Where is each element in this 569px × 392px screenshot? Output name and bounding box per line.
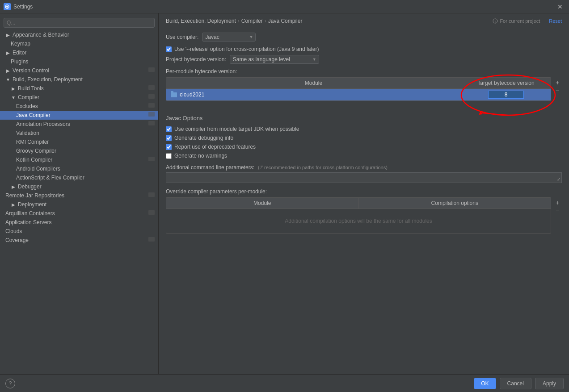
- close-button[interactable]: ✕: [555, 2, 565, 11]
- javac-option-4: Generate no warnings: [166, 153, 562, 159]
- project-info-text: For current project: [500, 18, 540, 24]
- settings-icon: [148, 94, 155, 100]
- sidebar-item-version-control[interactable]: ▶ Version Control: [0, 66, 158, 75]
- sidebar-item-java-compiler[interactable]: Java Compiler: [0, 111, 158, 120]
- sidebar-item-label: Plugins: [11, 58, 155, 65]
- release-option-checkbox[interactable]: [166, 46, 172, 52]
- cmd-params-label: Additional command line parameters:: [166, 164, 254, 171]
- ok-button[interactable]: OK: [474, 378, 496, 389]
- breadcrumb-part2: Compiler: [241, 18, 263, 24]
- sidebar-item-label: Coverage: [5, 237, 148, 243]
- info-icon: i: [493, 18, 498, 24]
- sidebar-item-excludes[interactable]: Excludes: [0, 102, 158, 111]
- cmd-params-input[interactable]: [166, 172, 562, 183]
- breadcrumb: Build, Execution, Deployment › Compiler …: [159, 13, 569, 27]
- javac-option-checkbox-4[interactable]: [166, 153, 172, 159]
- svg-rect-6: [148, 103, 155, 108]
- sidebar-item-actionscript[interactable]: ActionScript & Flex Compiler: [0, 173, 158, 182]
- sidebar-item-appearance[interactable]: ▶ Appearance & Behavior: [0, 30, 158, 39]
- sidebar-item-debugger[interactable]: ▶ Debugger: [0, 182, 158, 191]
- sidebar-item-editor[interactable]: ▶ Editor: [0, 48, 158, 57]
- sidebar-item-keymap[interactable]: Keymap: [0, 39, 158, 48]
- release-option-label: Use '--release' option for cross-compila…: [174, 46, 319, 52]
- remove-module-button[interactable]: −: [554, 87, 561, 94]
- module-version-cell: [461, 89, 551, 100]
- bytecode-version-row: Project bytecode version: Same as langua…: [166, 55, 562, 64]
- sidebar-item-label: Arquillian Containers: [5, 210, 148, 217]
- divider: [166, 110, 562, 110]
- expand-icon: ⤢: [557, 177, 561, 182]
- javac-option-label-2: Generate debugging info: [174, 135, 233, 141]
- cmd-params-input-row: ⤢: [166, 172, 562, 183]
- release-option-row: Use '--release' option for cross-compila…: [166, 46, 562, 52]
- sidebar-item-app-servers[interactable]: Application Servers: [0, 218, 158, 227]
- th-version: Target bytecode version: [461, 78, 551, 88]
- content-area: Build, Execution, Deployment › Compiler …: [159, 13, 569, 374]
- sidebar-item-kotlin-compiler[interactable]: Kotlin Compiler: [0, 155, 158, 164]
- javac-option-label-3: Report use of deprecated features: [174, 144, 256, 150]
- javac-option-checkbox-2[interactable]: [166, 135, 172, 141]
- settings-icon: [148, 121, 155, 127]
- search-input[interactable]: [4, 18, 155, 28]
- module-table: Module Target bytecode version cloud2021: [166, 77, 551, 101]
- module-name: cloud2021: [180, 92, 204, 98]
- override-table: Module Compilation options Additional co…: [166, 197, 551, 234]
- help-button[interactable]: ?: [5, 379, 15, 388]
- reset-button[interactable]: Reset: [549, 18, 562, 24]
- use-compiler-row: Use compiler: Javac Eclipse Ajc: [166, 33, 562, 42]
- remove-override-button[interactable]: −: [554, 207, 561, 214]
- bottom-bar: ? OK Cancel Apply: [0, 374, 569, 392]
- compiler-select-wrapper: Javac Eclipse Ajc: [202, 33, 256, 42]
- compiler-select[interactable]: Javac Eclipse Ajc: [202, 33, 256, 42]
- breadcrumb-sep2: ›: [265, 18, 266, 24]
- svg-rect-8: [148, 121, 155, 125]
- svg-rect-5: [148, 94, 155, 99]
- override-table-section: Module Compilation options Additional co…: [166, 197, 562, 234]
- sidebar-item-android-compilers[interactable]: Android Compilers: [0, 164, 158, 173]
- sidebar-item-build-exec[interactable]: ▼ Build, Execution, Deployment: [0, 75, 158, 84]
- sidebar-item-label: Java Compiler: [16, 112, 148, 118]
- sidebar-item-label: Kotlin Compiler: [16, 157, 148, 163]
- add-module-button[interactable]: +: [554, 79, 561, 86]
- override-table-empty: Additional compilation options will be t…: [166, 209, 551, 233]
- sidebar-item-plugins[interactable]: Plugins: [0, 57, 158, 66]
- javac-option-2: Generate debugging info: [166, 135, 562, 141]
- override-th-options: Compilation options: [359, 198, 551, 209]
- sidebar-item-coverage[interactable]: Coverage: [0, 236, 158, 245]
- svg-rect-9: [148, 157, 155, 161]
- module-row[interactable]: cloud2021: [166, 89, 551, 100]
- folder-icon: [171, 92, 177, 97]
- title-bar: Settings ✕: [0, 0, 569, 13]
- override-label: Override compiler parameters per-module:: [166, 188, 562, 195]
- javac-option-3: Report use of deprecated features: [166, 144, 562, 150]
- sidebar-item-compiler[interactable]: ▼ Compiler: [0, 93, 158, 102]
- javac-option-checkbox-1[interactable]: [166, 126, 172, 132]
- version-input[interactable]: [488, 91, 524, 99]
- sidebar-item-arquillian[interactable]: Arquillian Containers: [0, 209, 158, 218]
- expand-arrow-icon: ▶: [5, 50, 11, 55]
- sidebar-item-clouds[interactable]: Clouds: [0, 227, 158, 236]
- sidebar-item-annotation-processors[interactable]: Annotation Processors: [0, 120, 158, 129]
- sidebar-item-label: Build, Execution, Deployment: [13, 76, 155, 83]
- per-module-label: Per-module bytecode version:: [166, 68, 562, 75]
- settings-icon: [148, 85, 155, 92]
- sidebar-item-groovy-compiler[interactable]: Groovy Compiler: [0, 146, 158, 155]
- cancel-button[interactable]: Cancel: [500, 378, 531, 389]
- override-th-module: Module: [166, 198, 359, 209]
- expand-arrow-icon: ▶: [5, 32, 11, 38]
- sidebar-item-build-tools[interactable]: ▶ Build Tools: [0, 84, 158, 93]
- javac-options-title: Javac Options: [166, 115, 562, 121]
- sidebar-item-validation[interactable]: Validation: [0, 129, 158, 138]
- sidebar-item-rmi-compiler[interactable]: RMI Compiler: [0, 138, 158, 146]
- sidebar-item-remote-jar[interactable]: Remote Jar Repositories: [0, 191, 158, 200]
- window-title: Settings: [13, 4, 555, 10]
- bytecode-version-select[interactable]: Same as language level 8 11 17: [230, 55, 319, 64]
- module-table-header: Module Target bytecode version: [166, 78, 551, 89]
- add-override-button[interactable]: +: [554, 199, 561, 206]
- apply-button[interactable]: Apply: [535, 378, 564, 389]
- project-info: i For current project Reset: [493, 18, 562, 24]
- javac-option-checkbox-3[interactable]: [166, 144, 172, 150]
- sidebar-item-label: ActionScript & Flex Compiler: [16, 175, 155, 181]
- breadcrumb-part3: Java Compiler: [268, 18, 303, 24]
- sidebar-item-deployment[interactable]: ▶ Deployment: [0, 200, 158, 209]
